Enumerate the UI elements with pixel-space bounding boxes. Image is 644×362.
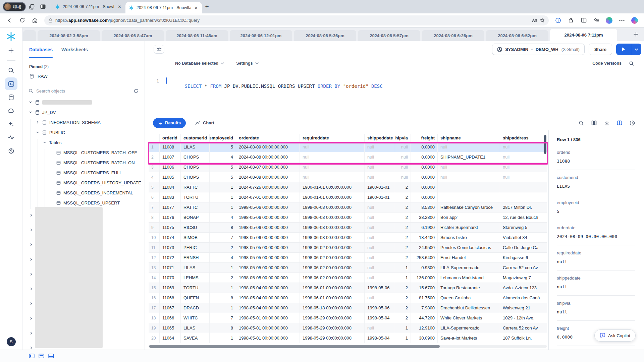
column-header[interactable]: shipaddress xyxy=(500,134,542,142)
table-row[interactable]: 1911065LILAS81998-05-01 00:00:00.0001998… xyxy=(149,323,547,333)
table-row[interactable]: 1611068QUEEN81998-05-04 00:00:00.0001998… xyxy=(149,293,547,303)
run-button[interactable] xyxy=(616,44,641,55)
chevron-right-icon[interactable] xyxy=(30,243,33,246)
tab-databases[interactable]: Databases xyxy=(29,41,53,58)
worksheet-tab[interactable]: 2024-08-06 5:57pm xyxy=(358,30,420,41)
tab-chart[interactable]: Chart xyxy=(195,120,214,125)
column-header[interactable]: orderid xyxy=(160,134,181,142)
tree-item-table[interactable]: MSSQL_CUSTOMERS_FULL xyxy=(22,168,145,178)
split-screen-icon[interactable] xyxy=(578,15,590,26)
column-header[interactable]: orderdate xyxy=(236,134,300,142)
download-icon[interactable] xyxy=(602,118,612,128)
column-header[interactable]: requireddate xyxy=(300,134,365,142)
close-tab-icon[interactable]: ✕ xyxy=(194,5,199,10)
chevron-down-icon[interactable] xyxy=(29,111,33,114)
home-icon[interactable] xyxy=(29,15,41,26)
databases-icon[interactable] xyxy=(5,91,17,104)
column-header[interactable]: freight xyxy=(411,134,438,142)
refresh-icon[interactable] xyxy=(133,88,139,94)
chevron-right-icon[interactable] xyxy=(30,317,33,320)
chevron-right-icon[interactable] xyxy=(30,287,33,291)
chevron-right-icon[interactable] xyxy=(30,258,33,261)
columns-icon[interactable] xyxy=(589,118,599,128)
tree-item[interactable]: JP_DV xyxy=(22,107,145,117)
ask-copilot-button[interactable]: Ask Copilot xyxy=(594,329,636,342)
table-row[interactable]: 1511069TORTU11998-05-04 00:00:00.0001998… xyxy=(149,283,547,293)
marketplace-cloud-icon[interactable] xyxy=(5,104,17,117)
read-aloud-icon[interactable] xyxy=(532,18,537,23)
worksheet-tab[interactable]: 2024-08-06 8:47am xyxy=(102,30,164,41)
table-row[interactable]: 911075RICSU81998-05-06 00:00:00.0001998-… xyxy=(149,223,547,233)
tree-item-table[interactable]: MSSQL_ORDERS_HISTORY_UPDATE xyxy=(22,178,145,188)
copilot-icon[interactable] xyxy=(629,15,641,26)
browser-tab-active[interactable]: 2024-08-06 7:11pm - Snowfla ✕ xyxy=(125,2,202,13)
search-icon[interactable] xyxy=(5,64,17,77)
snowflake-logo-icon[interactable] xyxy=(6,32,16,42)
split-panel-icon[interactable] xyxy=(614,118,625,128)
horizontal-scrollbar[interactable] xyxy=(149,345,440,348)
table-row[interactable]: 811076BONAP41998-05-06 00:00:00.0001998-… xyxy=(149,213,547,223)
table-row[interactable]: 211087CHOPS42024-08-08 00:00:00.000nulln… xyxy=(149,152,547,162)
table-row[interactable]: 1111073PERIC21998-05-05 00:00:00.0001998… xyxy=(149,243,547,253)
tree-item[interactable]: Tables xyxy=(22,137,145,147)
sql-editor[interactable]: 1 SELECT * FROM JP_DV.PUBLIC.MSSQL_ORDER… xyxy=(145,69,644,115)
browser-tab-inactive[interactable]: 2024-08-06 7:11pm - Snowfla ✕ xyxy=(52,0,125,13)
table-row[interactable]: 1811066WHITC71998-05-01 00:00:00.0001998… xyxy=(149,313,547,323)
chevron-right-icon[interactable] xyxy=(30,273,33,276)
share-button[interactable]: Share xyxy=(589,44,612,55)
table-row[interactable]: 1311071LILAS11998-05-05 00:00:00.0001998… xyxy=(149,263,547,273)
table-row[interactable]: 1011074SIMOB71998-05-06 00:00:00.0001998… xyxy=(149,233,547,243)
play-icon[interactable] xyxy=(616,44,631,55)
worksheet-tab-partial[interactable] xyxy=(23,30,36,41)
table-row[interactable]: 511084RATTC12024-07-26 00:00:00.0001900-… xyxy=(149,182,547,192)
tree-item[interactable]: INFORMATION_SCHEMA xyxy=(22,117,145,127)
table-row[interactable]: 311086CHOPS52024-08-07 00:00:00.000nulln… xyxy=(149,162,547,172)
close-tab-icon[interactable]: ✕ xyxy=(117,4,122,9)
worksheet-tab[interactable]: 2024-08-02 3:58pm xyxy=(38,30,100,41)
chevron-right-icon[interactable] xyxy=(30,228,33,232)
new-tab-button[interactable]: + xyxy=(202,2,212,12)
new-worksheet-icon[interactable] xyxy=(633,32,639,37)
settings-selector[interactable]: Settings xyxy=(236,61,258,66)
security-info-icon[interactable] xyxy=(552,15,564,26)
chevron-right-icon[interactable] xyxy=(36,121,40,124)
format-query-icon[interactable] xyxy=(154,45,164,54)
table-row[interactable]: 711077RATTC11998-05-06 00:00:00.0001998-… xyxy=(149,202,547,213)
worksheet-tab[interactable]: 2024-08-06 12:01pm xyxy=(230,30,292,41)
add-icon[interactable] xyxy=(5,44,17,57)
toggle-left-panel-icon[interactable] xyxy=(29,354,35,358)
worksheet-tab-active[interactable]: 2024-08-06 7:11pm xyxy=(550,29,617,41)
vertical-scrollbar[interactable] xyxy=(544,135,546,154)
database-selector[interactable]: No Database selected xyxy=(175,61,224,66)
tree-item[interactable]: PUBLIC xyxy=(22,127,145,137)
column-header[interactable]: shipname xyxy=(438,134,500,142)
table-row[interactable]: 2011064SAVEA11998-05-01 00:00:00.0001998… xyxy=(149,333,547,343)
activity-icon[interactable] xyxy=(5,131,17,144)
favorites-bar-icon[interactable] xyxy=(590,15,602,26)
tree-item-table[interactable]: MSSQL_ORDERS_UPSERT xyxy=(22,198,145,208)
code-versions-link[interactable]: Code Versions xyxy=(592,61,622,66)
tree-item-table[interactable]: MSSQL_CUSTOMERS_BATCH_ON xyxy=(22,158,145,168)
chevron-down-icon[interactable] xyxy=(43,141,47,144)
toggle-top-panel-icon[interactable] xyxy=(39,354,44,358)
chevron-down-icon[interactable] xyxy=(29,101,33,104)
ai-ml-sparkle-icon[interactable] xyxy=(5,118,17,130)
table-row[interactable]: 1411070LEHMS21998-05-05 00:00:00.0001998… xyxy=(149,273,547,283)
context-selector[interactable]: SYSADMIN DEMO_WH (X-Small) xyxy=(492,44,585,55)
address-bar[interactable]: https://app.snowflake.com/jugdhon/cdata_… xyxy=(44,15,549,25)
chevron-right-icon[interactable] xyxy=(30,331,33,335)
table-row[interactable]: 1211072ERNSH41998-05-05 00:00:00.0001998… xyxy=(149,253,547,263)
editor-search-icon[interactable] xyxy=(629,61,634,66)
column-header[interactable]: shipvia xyxy=(395,134,411,142)
table-row[interactable]: 111088LILAS52024-08-09 00:00:00.000nulln… xyxy=(149,142,547,152)
chevron-down-icon[interactable] xyxy=(36,131,40,134)
table-row[interactable]: 611083TORTU12024-07-01 00:00:00.0001900-… xyxy=(149,192,547,202)
column-header[interactable]: shippeddate xyxy=(365,134,395,142)
worksheets-icon[interactable] xyxy=(5,77,17,90)
table-row[interactable]: 1711067DRACD11998-05-04 00:00:00.0001998… xyxy=(149,303,547,313)
tab-worksheets[interactable]: Worksheets xyxy=(61,41,88,58)
table-row[interactable]: 411085CHOPS52024-08-08 00:00:00.000nulln… xyxy=(149,172,547,182)
worksheet-tab[interactable]: 2024-08-06 6:52pm xyxy=(486,30,548,41)
settings-ellipsis-icon[interactable] xyxy=(616,15,628,26)
pinned-item-raw[interactable]: RAW xyxy=(22,70,145,82)
